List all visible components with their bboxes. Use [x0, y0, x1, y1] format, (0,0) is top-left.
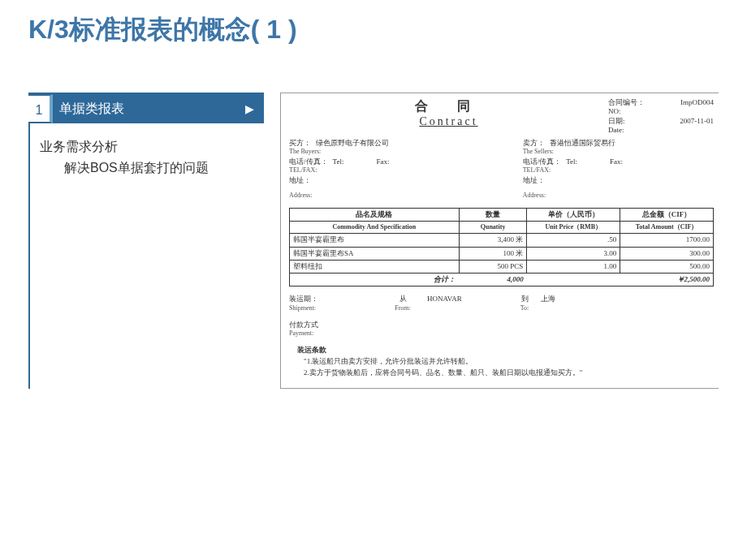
ship-from-val: HONAVAR: [427, 295, 508, 304]
payment-row: 付款方式 Payment:: [289, 321, 714, 338]
seller-telfax-en: TEL/FAX:: [523, 166, 551, 175]
cell-name: 韩国半宴霸里布: [290, 234, 460, 247]
seller-tel: Tel:: [566, 157, 577, 166]
ship-to-en: To:: [508, 304, 541, 312]
cell-qty: 3,400 米: [459, 234, 527, 247]
cell-name: 塑料纽扣: [290, 260, 460, 273]
seller-fax: Fax:: [610, 157, 623, 166]
tab-voucher-reports[interactable]: 1 单据类报表 ▶: [30, 94, 264, 123]
total-row: 合计： 4,000 ￥2,500.00: [290, 274, 714, 286]
contract-no-value: ImpOD004: [680, 98, 714, 107]
cell-price: 3.00: [527, 247, 620, 260]
analysis-text: 业务需求分析 解决BOS单据套打的问题: [30, 123, 264, 178]
buyer-label-en: The Buyers:: [289, 148, 321, 157]
seller-label-en: The Sellers:: [523, 148, 554, 157]
table-row: 韩国半宴霸里布SA 100 米 3.00 300.00: [290, 247, 714, 260]
seller-name: 香港恒通国际贸易行: [550, 138, 615, 148]
payment-en: Payment:: [289, 330, 714, 338]
seller-address-en: Address:: [523, 192, 714, 200]
total-amount: ￥2,500.00: [620, 274, 714, 286]
ship-from-en: From:: [378, 304, 427, 312]
ship-date-en: Shipment:: [289, 304, 378, 312]
th-commodity-cn: 品名及规格: [290, 209, 460, 222]
tab-label: 单据类报表: [53, 101, 235, 118]
shipment-row: 装运期：Shipment: 从From: HONAVAR 到To: 上海: [289, 295, 714, 312]
total-qty: 4,000: [459, 274, 527, 286]
buyer-tel: Tel:: [333, 157, 344, 166]
date-label: 日期:: [608, 117, 625, 126]
no-label: NO:: [608, 107, 621, 116]
buyer-addr-label: 地址：: [289, 175, 311, 185]
ship-to-val: 上海: [541, 295, 606, 304]
th-price-cn: 单价（人民币）: [527, 209, 620, 222]
buyer-telfax-en: TEL/FAX:: [289, 166, 317, 175]
seller-label: 卖方：: [523, 138, 545, 148]
page-title: K/3标准报表的概念( 1 ): [0, 0, 747, 64]
ship-from-cn: 从: [378, 295, 427, 304]
th-total-cn: 总金额（CIF）: [620, 209, 714, 222]
seller-block: 卖方：香港恒通国际贸易行 The Sellers: 电话/传真：Tel:Fax:…: [523, 138, 714, 185]
terms-text: "1.装运船只由卖方安排，允许分批装运并允许转船。 2.卖方于货物装船后，应将合…: [289, 355, 714, 378]
date-value: 2007-11-01: [680, 117, 714, 126]
doc-title-en: Contract: [289, 114, 608, 129]
sidebar: 1 单据类报表 ▶ 业务需求分析 解决BOS单据套打的问题: [28, 93, 264, 389]
buyer-label: 买方：: [289, 138, 311, 148]
buyer-tel-label: 电话/传真：: [289, 157, 328, 166]
seller-addr-label: 地址：: [523, 175, 545, 185]
buyer-block: 买方：绿色原野电子有限公司 The Buyers: 电话/传真：Tel:Fax:…: [289, 138, 480, 185]
contract-preview: 合 同 Contract 合同编号：ImpOD004 NO: 日期:2007-1…: [280, 93, 719, 389]
cell-total: 1700.00: [620, 234, 714, 247]
th-commodity-en: Commodity And Specification: [290, 222, 460, 234]
terms-line1: "1.装运船只由卖方安排，允许分批装运并允许转船。: [304, 356, 714, 368]
cell-total: 300.00: [620, 247, 714, 260]
cell-price: 1.00: [527, 260, 620, 273]
ship-date-cn: 装运期：: [289, 295, 378, 304]
ship-to-cn: 到: [508, 295, 541, 304]
th-price-en: Unit Price（RMB）: [527, 222, 620, 234]
seller-tel-label: 电话/传真：: [523, 157, 562, 166]
items-table: 品名及规格 数量 单价（人民币） 总金额（CIF） Commodity And …: [289, 208, 714, 286]
contract-no-label: 合同编号：: [608, 98, 645, 107]
cell-qty: 500 PCS: [459, 260, 527, 273]
th-total-en: Total Amount（CIF）: [620, 222, 714, 234]
table-row: 塑料纽扣 500 PCS 1.00 500.00: [290, 260, 714, 273]
cell-price: .50: [527, 234, 620, 247]
terms-title: 装运条款: [289, 346, 714, 355]
table-row: 韩国半宴霸里布 3,400 米 .50 1700.00: [290, 234, 714, 247]
analysis-line1: 业务需求分析: [40, 136, 264, 157]
tab-number: 1: [28, 94, 53, 123]
doc-title-cn: 合 同: [289, 98, 608, 114]
analysis-line2: 解决BOS单据套打的问题: [40, 157, 264, 179]
cell-qty: 100 米: [459, 247, 527, 260]
cell-name: 韩国半宴霸里布SA: [290, 247, 460, 260]
date-en-label: Date:: [608, 126, 624, 135]
doc-header-meta: 合同编号：ImpOD004 NO: 日期:2007-11-01 Date:: [608, 98, 714, 135]
th-qty-cn: 数量: [459, 209, 527, 222]
th-qty-en: Qunatity: [459, 222, 527, 234]
chevron-right-icon: ▶: [235, 102, 264, 115]
buyer-fax: Fax:: [376, 157, 389, 166]
terms-line2: 2.卖方于货物装船后，应将合同号码、品名、数量、船只、装船日期以电报通知买方。": [304, 368, 714, 379]
total-label: 合计：: [290, 274, 460, 286]
buyer-name: 绿色原野电子有限公司: [316, 138, 389, 148]
cell-total: 500.00: [620, 260, 714, 273]
buyer-address-en: Address:: [289, 192, 480, 200]
payment-cn: 付款方式: [289, 321, 714, 330]
